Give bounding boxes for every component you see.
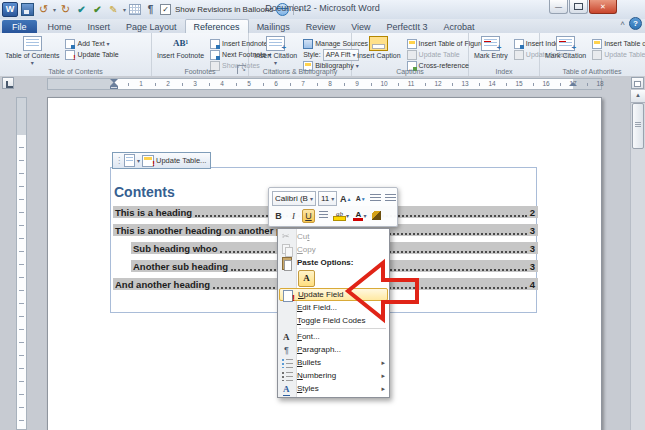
- context-menu: CutCopyPaste Options:AUpdate FieldEdit F…: [277, 228, 390, 398]
- ruler-tick: [263, 83, 264, 86]
- help-icon[interactable]: ?: [629, 17, 642, 30]
- formatting-marks-icon[interactable]: ¶: [144, 3, 157, 16]
- menu-item-paragraph[interactable]: Paragraph...: [279, 343, 388, 356]
- paste-keep-text-only-button[interactable]: A: [298, 270, 315, 287]
- insert-caption-button[interactable]: Insert Caption: [355, 35, 403, 60]
- toc-document-icon[interactable]: [124, 154, 135, 167]
- minus-badge-icon: [484, 41, 491, 43]
- group-label: Table of Contents: [0, 68, 151, 75]
- spelling-check-icon[interactable]: ✔: [75, 3, 88, 16]
- right-indent-marker[interactable]: [569, 82, 577, 86]
- close-button[interactable]: ✕: [589, 0, 617, 14]
- window-controls: — ✕: [548, 0, 617, 14]
- shrink-font-button[interactable]: A▼: [354, 192, 367, 206]
- scrollbar-thumb[interactable]: [632, 103, 644, 149]
- tab-acrobat[interactable]: Acrobat: [436, 20, 483, 33]
- table-grid-icon[interactable]: [129, 4, 141, 15]
- menu-item-styles[interactable]: Styles▸: [279, 382, 388, 395]
- scroll-up-arrow-icon[interactable]: ▲: [631, 90, 645, 103]
- redo-icon[interactable]: ↻: [59, 3, 72, 16]
- chevron-down-icon: ▾: [107, 41, 110, 47]
- increase-indent-button[interactable]: [384, 192, 397, 206]
- pen-dropdown-icon[interactable]: ▾: [123, 6, 126, 13]
- menu-item-label: Bullets: [297, 358, 321, 367]
- tab-page-layout[interactable]: Page Layout: [118, 20, 185, 33]
- menu-item-label: Styles: [297, 384, 319, 393]
- underline-button[interactable]: U: [302, 209, 315, 223]
- chevron-down-icon[interactable]: ▾: [137, 158, 140, 164]
- mark-citation-button[interactable]: + Mark Citation: [543, 35, 588, 60]
- manage-sources-icon: [303, 39, 313, 49]
- mark-citation-label: Mark Citation: [545, 52, 586, 60]
- tab-view[interactable]: View: [343, 20, 378, 33]
- undo-dropdown-icon[interactable]: ▾: [53, 6, 56, 13]
- insert-footnote-button[interactable]: AB¹ Insert Footnote: [155, 35, 206, 60]
- menu-item-copy: Copy: [279, 243, 388, 256]
- group-label: Footnotes: [152, 68, 248, 75]
- menu-item-paste-keep-text-only[interactable]: A: [279, 269, 388, 288]
- insert-citation-button[interactable]: + Insert Citation ▾: [252, 35, 299, 66]
- menu-item-edit-field[interactable]: Edit Field...: [279, 301, 388, 314]
- tab-insert[interactable]: Insert: [80, 20, 119, 33]
- mark-citation-icon: +: [556, 36, 575, 51]
- menu-item-update-field[interactable]: Update Field: [279, 288, 388, 301]
- update-table-icon: [142, 155, 154, 167]
- drag-grip-icon[interactable]: ⋮: [115, 157, 122, 165]
- bold-button[interactable]: B: [272, 209, 285, 223]
- tab-perfectit-3[interactable]: PerfectIt 3: [379, 20, 436, 33]
- ruler-tick: [236, 83, 237, 86]
- table-of-contents-button[interactable]: Table of Contents ▾: [3, 35, 61, 66]
- font-icon: [281, 331, 293, 343]
- center-button[interactable]: [317, 209, 330, 223]
- save-icon[interactable]: [21, 3, 34, 16]
- font-color-button[interactable]: A▾: [352, 209, 368, 223]
- menu-item-toggle-field-codes[interactable]: Toggle Field Codes: [279, 314, 388, 327]
- ruler-number: 14: [488, 80, 495, 88]
- menu-item-bullets[interactable]: Bullets▸: [279, 356, 388, 369]
- font-size-combobox[interactable]: 11 ▾: [318, 191, 337, 206]
- highlight-color-button[interactable]: ab▾: [332, 209, 350, 223]
- word-logo-icon[interactable]: W: [2, 2, 18, 17]
- minimize-button[interactable]: —: [549, 0, 568, 14]
- toc-page-number: 3: [530, 261, 535, 272]
- vertical-scrollbar[interactable]: ▲: [630, 90, 645, 430]
- tab-home[interactable]: Home: [40, 20, 80, 33]
- update-table-button[interactable]: Update Table: [63, 49, 120, 60]
- tab-file[interactable]: File: [2, 20, 37, 33]
- tab-mailings[interactable]: Mailings: [249, 20, 298, 33]
- ruler-number: 9: [355, 80, 359, 88]
- format-painter-icon: [372, 211, 381, 220]
- toc-page-number: 4: [530, 279, 535, 290]
- ruler-tick: [371, 83, 372, 86]
- decrease-indent-button[interactable]: [369, 192, 382, 206]
- show-revisions-checkbox[interactable]: ✓: [160, 4, 171, 15]
- menu-item-numbering[interactable]: Numbering▸: [279, 369, 388, 382]
- group-label: Captions: [352, 68, 468, 75]
- proofing-icon[interactable]: ✔: [91, 3, 104, 16]
- toc-entry-text: Sub heading whoo: [133, 243, 217, 254]
- toc-update-table-button[interactable]: Update Table...: [156, 156, 206, 165]
- ruler-tick: [560, 83, 561, 86]
- font-name-combobox[interactable]: Calibri (B ▾: [272, 191, 316, 206]
- undo-icon[interactable]: ↺: [37, 3, 50, 16]
- format-painter-button[interactable]: [370, 209, 383, 223]
- insert-table-of-authorities-label: Insert Table of Authorities: [604, 40, 645, 47]
- maximize-button[interactable]: [569, 0, 588, 14]
- menu-item-font[interactable]: Font...: [279, 330, 388, 343]
- add-text-button[interactable]: Add Text ▾: [63, 38, 120, 49]
- pen-icon[interactable]: ✎: [107, 3, 120, 16]
- minimize-ribbon-icon[interactable]: ˄: [620, 19, 625, 28]
- tab-references[interactable]: References: [185, 19, 249, 33]
- left-indent-marker[interactable]: [110, 86, 118, 89]
- tab-stop-selector[interactable]: [2, 77, 14, 89]
- toc-entry-text: And another heading: [115, 279, 210, 290]
- table-of-contents-label: Table of Contents: [5, 52, 59, 60]
- tab-review[interactable]: Review: [298, 20, 344, 33]
- italic-button[interactable]: I: [287, 209, 300, 223]
- chevron-down-icon: ▾: [331, 196, 334, 202]
- insert-table-of-authorities-button[interactable]: Insert Table of Authorities: [590, 38, 645, 49]
- view-ruler-toggle-icon[interactable]: [631, 77, 644, 89]
- style-value: APA Fift: [326, 51, 351, 58]
- grow-font-button[interactable]: A▲: [339, 192, 352, 206]
- mark-entry-button[interactable]: + Mark Entry: [472, 35, 510, 60]
